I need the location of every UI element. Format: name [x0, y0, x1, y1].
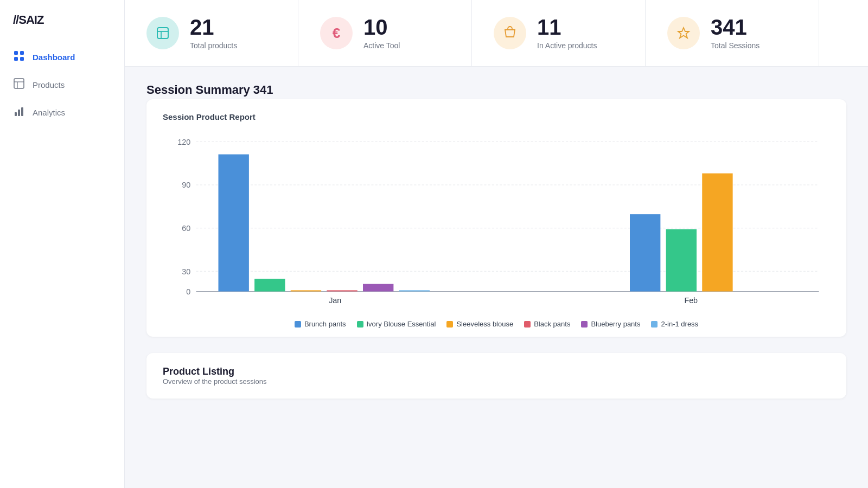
content-body: Session Summary 341 Session Product Repo…: [125, 67, 868, 415]
product-listing-subtitle: Overview of the product sessions: [163, 377, 830, 386]
svg-rect-1: [20, 51, 24, 55]
session-summary-title: Session Summary 341: [146, 83, 846, 97]
legend-dot-ivory: [357, 321, 363, 328]
analytics-icon: [13, 106, 25, 119]
active-tool-info: 10 Active Tool: [363, 16, 400, 50]
legend-blueberry-pants: Blueberry pants: [581, 320, 640, 328]
bar-jan-brunch: [219, 155, 249, 292]
active-tool-number: 10: [363, 16, 400, 38]
svg-rect-10: [157, 28, 168, 38]
svg-text:0: 0: [186, 287, 190, 296]
svg-rect-8: [18, 110, 20, 116]
logo: //SAIZ: [0, 0, 124, 38]
svg-rect-4: [14, 79, 24, 88]
main-content: 21 Total products € 10 Active Tool 11: [125, 0, 868, 488]
legend-label-2in1: 2-in-1 dress: [661, 320, 698, 328]
svg-text:90: 90: [182, 181, 190, 189]
svg-text:Jan: Jan: [329, 296, 341, 305]
bar-chart-svg: 0 30 60 90 120: [163, 130, 830, 314]
active-tool-label: Active Tool: [363, 41, 400, 50]
bar-jan-ivory: [254, 279, 285, 291]
sidebar-item-products[interactable]: Products: [0, 71, 124, 99]
stat-card-inactive-products: 11 In Active products: [472, 0, 646, 66]
bar-jan-2in1: [399, 290, 430, 291]
total-products-info: 21 Total products: [190, 16, 237, 50]
sidebar-analytics-label: Analytics: [33, 108, 65, 117]
svg-rect-0: [14, 51, 18, 55]
bar-feb-brunch: [630, 214, 660, 291]
sidebar-item-analytics[interactable]: Analytics: [0, 99, 124, 126]
sidebar-products-label: Products: [33, 80, 65, 89]
legend-dot-sleeveless: [446, 321, 453, 328]
chart-legend: Brunch pants Ivory Blouse Essential Slee…: [163, 320, 830, 328]
inactive-products-icon-wrap: [494, 17, 526, 49]
legend-label-ivory: Ivory Blouse Essential: [367, 320, 436, 328]
bar-jan-sleeveless: [291, 290, 321, 291]
svg-marker-13: [678, 28, 689, 38]
stat-card-total-sessions: 341 Total Sessions: [646, 0, 819, 66]
active-tool-icon-wrap: €: [320, 17, 353, 49]
svg-rect-2: [14, 57, 18, 61]
total-sessions-info: 341 Total Sessions: [711, 16, 760, 50]
product-listing-title: Product Listing: [163, 366, 830, 377]
svg-rect-9: [21, 107, 23, 116]
sidebar-nav: Dashboard Products Analytics: [0, 38, 124, 132]
legend-ivory-blouse: Ivory Blouse Essential: [357, 320, 436, 328]
dashboard-icon: [13, 50, 25, 64]
bar-jan-blueberry: [363, 284, 393, 292]
bar-feb-sleeveless: [702, 174, 732, 292]
stats-row: 21 Total products € 10 Active Tool 11: [125, 0, 868, 67]
stat-card-total-products: 21 Total products: [125, 0, 298, 66]
legend-dot-blueberry: [581, 321, 588, 328]
legend-label-black: Black pants: [534, 320, 570, 328]
sidebar: //SAIZ Dashboard Products: [0, 0, 125, 488]
total-products-label: Total products: [190, 41, 237, 50]
svg-rect-3: [20, 57, 24, 61]
bar-jan-black: [327, 290, 357, 291]
chart-area: 0 30 60 90 120: [163, 130, 830, 314]
stat-card-active-tool: € 10 Active Tool: [298, 0, 472, 66]
total-products-icon-wrap: [146, 17, 179, 49]
legend-sleeveless-blouse: Sleeveless blouse: [446, 320, 513, 328]
bar-feb-ivory: [666, 229, 697, 292]
chart-container: Session Product Report 0 30 60 90 120: [146, 99, 846, 337]
product-listing: Product Listing Overview of the product …: [146, 353, 846, 399]
legend-dot-2in1: [651, 321, 658, 328]
total-sessions-number: 341: [711, 16, 760, 38]
chart-title: Session Product Report: [163, 112, 830, 121]
legend-2in1-dress: 2-in-1 dress: [651, 320, 698, 328]
svg-text:30: 30: [182, 267, 190, 275]
svg-text:120: 120: [177, 137, 190, 146]
legend-label-blueberry: Blueberry pants: [591, 320, 640, 328]
svg-rect-7: [15, 112, 17, 116]
svg-text:Feb: Feb: [684, 296, 698, 305]
svg-text:60: 60: [182, 224, 190, 233]
total-sessions-label: Total Sessions: [711, 41, 760, 50]
sidebar-item-dashboard[interactable]: Dashboard: [0, 43, 124, 71]
legend-dot-brunch: [295, 321, 301, 328]
legend-label-brunch: Brunch pants: [304, 320, 346, 328]
legend-label-sleeveless: Sleeveless blouse: [456, 320, 513, 328]
total-sessions-icon-wrap: [667, 17, 700, 49]
sidebar-dashboard-label: Dashboard: [33, 53, 75, 62]
legend-brunch-pants: Brunch pants: [295, 320, 346, 328]
legend-black-pants: Black pants: [524, 320, 570, 328]
products-icon: [13, 78, 25, 92]
inactive-products-number: 11: [537, 16, 597, 38]
inactive-products-info: 11 In Active products: [537, 16, 597, 50]
total-products-number: 21: [190, 16, 237, 38]
legend-dot-black: [524, 321, 531, 328]
inactive-products-label: In Active products: [537, 41, 597, 50]
